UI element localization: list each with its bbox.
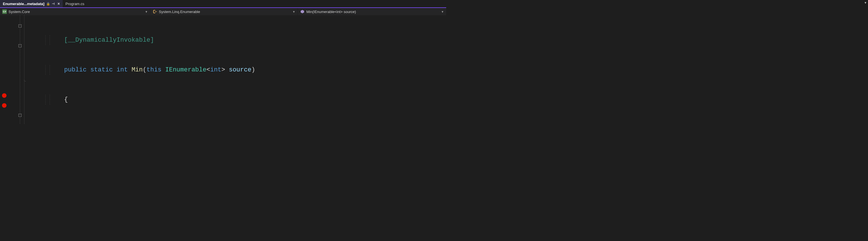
tab-bar: Enumerable...metadata] 🔒 ⊣ × Program.cs … — [0, 0, 446, 8]
fold-toggle[interactable]: − — [19, 44, 22, 47]
nav-assembly-dropdown[interactable]: C# System.Core ▼ — [0, 8, 150, 15]
chevron-down-icon: ▼ — [145, 10, 148, 13]
nav-member-dropdown[interactable]: Min(IEnumerable<int> source) ▼ — [298, 8, 446, 15]
code-line: public static int Min(this IEnumerable<i… — [42, 65, 446, 75]
nav-assembly-label: System.Core — [8, 10, 30, 14]
fold-toggle[interactable]: − — [19, 114, 22, 117]
code-content[interactable]: [__DynamicallyInvokable] public static i… — [42, 15, 446, 124]
method-icon — [300, 9, 305, 14]
tab-label: Program.cs — [65, 2, 84, 6]
code-line: { — [42, 95, 446, 105]
nav-class-label: System.Linq.Enumerable — [159, 10, 200, 14]
outline-gutter: − − − — [8, 15, 42, 124]
fold-toggle[interactable]: − — [19, 24, 22, 28]
code-editor[interactable]: − − − [__DynamicallyInvokable] public st… — [0, 15, 446, 124]
pin-icon[interactable]: ⊣ — [52, 2, 55, 6]
csharp-project-icon: C# — [2, 9, 7, 14]
nav-class-dropdown[interactable]: System.Linq.Enumerable ▼ — [150, 8, 298, 15]
chevron-down-icon: ▼ — [292, 10, 295, 13]
breakpoint-marker[interactable] — [2, 103, 6, 108]
lock-icon: 🔒 — [46, 2, 50, 6]
close-icon[interactable]: × — [58, 1, 60, 6]
breakpoint-marker[interactable] — [2, 93, 6, 98]
tab-enumerable-metadata[interactable]: Enumerable...metadata] 🔒 ⊣ × — [0, 0, 63, 7]
breakpoint-gutter[interactable] — [0, 15, 8, 124]
nav-member-label: Min(IEnumerable<int> source) — [306, 10, 356, 14]
tab-program-cs[interactable]: Program.cs — [63, 0, 87, 7]
tab-label: Enumerable...metadata] — [3, 2, 44, 6]
code-line: [__DynamicallyInvokable] — [42, 35, 446, 45]
class-icon — [153, 9, 157, 14]
navigation-bar: C# System.Core ▼ System.Linq.Enumerable … — [0, 8, 446, 15]
chevron-down-icon: ▼ — [441, 10, 444, 13]
